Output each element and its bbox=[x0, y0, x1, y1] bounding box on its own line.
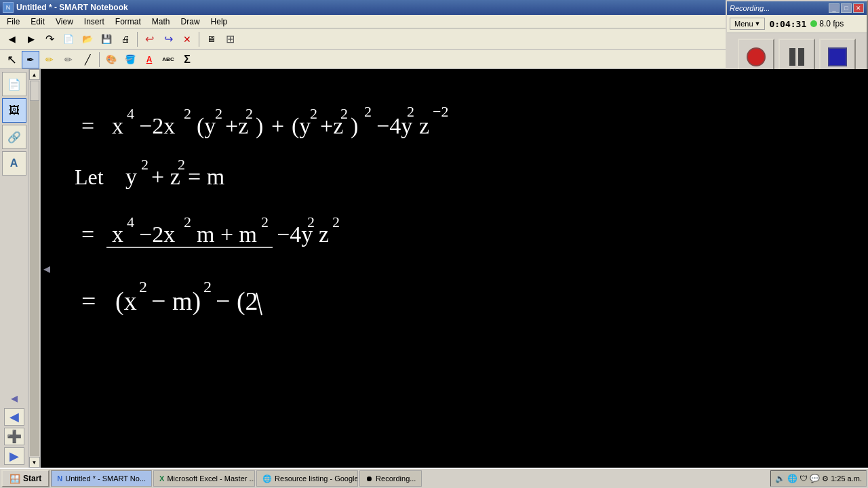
svg-text:Let: Let bbox=[75, 165, 104, 189]
scroll-up-button[interactable]: ▲ bbox=[29, 69, 40, 80]
system-clock: 1:25 a.m. bbox=[831, 474, 862, 483]
line-tool[interactable]: ╱ bbox=[79, 51, 96, 68]
menu-view[interactable]: View bbox=[50, 16, 79, 28]
taskbar-smart-label: Untitled * - SMART No... bbox=[65, 474, 146, 483]
taskbar-recording[interactable]: ⏺ Recording... bbox=[359, 470, 422, 487]
rec-close-button[interactable]: ✕ bbox=[853, 3, 864, 13]
taskbar-excel-icon: X bbox=[159, 474, 164, 483]
taskbar-excel[interactable]: X Microsoft Excel - Master ... bbox=[153, 470, 255, 487]
delete-button[interactable]: ✕ bbox=[178, 30, 196, 48]
tray-icon-3[interactable]: 🛡 bbox=[800, 474, 808, 483]
canvas-area[interactable]: ◂ .math-text { fill: white; font-family:… bbox=[41, 69, 868, 468]
magic-pen-tool[interactable]: ✏ bbox=[60, 51, 77, 68]
svg-text:− (2: − (2 bbox=[216, 287, 258, 316]
tray-icon-4[interactable]: 💬 bbox=[810, 474, 820, 483]
svg-text:z: z bbox=[419, 113, 429, 138]
fill-tool[interactable]: 🪣 bbox=[121, 51, 139, 68]
system-tray: 🔊 🌐 🛡 💬 ⚙ 1:25 a.m. bbox=[770, 470, 867, 487]
redo-button[interactable]: ↪ bbox=[159, 30, 177, 48]
screen-button[interactable]: 🖥 bbox=[202, 30, 220, 48]
menu-math[interactable]: Math bbox=[146, 16, 176, 28]
taskbar-chrome[interactable]: 🌐 Resource listing - Google... bbox=[256, 470, 358, 487]
recording-controls: Menu ▼ 0:04:31 8.0 fps bbox=[727, 15, 867, 33]
svg-text:y: y bbox=[125, 164, 137, 189]
nav-fwd-button[interactable]: ▶ bbox=[4, 447, 24, 465]
svg-text:2: 2 bbox=[340, 105, 348, 122]
sigma-tool[interactable]: Σ bbox=[178, 51, 196, 68]
menu-file[interactable]: File bbox=[1, 16, 25, 28]
svg-text:2: 2 bbox=[310, 105, 317, 122]
svg-text:− m): − m) bbox=[151, 287, 201, 316]
new-button[interactable]: 📄 bbox=[60, 30, 77, 48]
svg-text:x: x bbox=[112, 222, 123, 247]
taskbar-smart-notebook[interactable]: N Untitled * - SMART No... bbox=[51, 470, 152, 487]
svg-text:2: 2 bbox=[178, 156, 185, 173]
app-wrapper: N Untitled * - SMART Notebook _ □ ✕ File… bbox=[0, 0, 868, 488]
rec-maximize-button[interactable]: □ bbox=[841, 3, 852, 13]
slide-view-button[interactable]: 🖼 bbox=[2, 98, 26, 123]
scroll-down-button[interactable]: ▼ bbox=[29, 457, 40, 468]
svg-text:=: = bbox=[81, 113, 94, 138]
nav-right-button[interactable]: ↷ bbox=[41, 30, 58, 48]
canvas-nav-arrow[interactable]: ◂ bbox=[42, 258, 52, 279]
rec-minimize-button[interactable]: _ bbox=[829, 3, 840, 13]
sep-3 bbox=[99, 52, 100, 67]
svg-text:=: = bbox=[81, 287, 96, 315]
scroll-track[interactable] bbox=[30, 81, 39, 456]
svg-text:+: + bbox=[271, 113, 284, 138]
taskbar-recording-label: Recording... bbox=[376, 474, 416, 483]
open-button[interactable]: 📂 bbox=[79, 30, 96, 48]
start-button[interactable]: 🪟 Start bbox=[1, 470, 50, 487]
recording-fps: 8.0 fps bbox=[819, 19, 844, 28]
forward-button[interactable]: ▶ bbox=[22, 30, 39, 48]
stop-icon bbox=[828, 47, 847, 66]
svg-text:= m: = m bbox=[188, 164, 224, 189]
sep-1 bbox=[137, 32, 138, 47]
attachments-button[interactable]: 🔗 bbox=[2, 125, 26, 149]
nav-back-button[interactable]: ◀ bbox=[4, 408, 24, 426]
tray-icon-5[interactable]: ⚙ bbox=[822, 474, 829, 483]
menu-help[interactable]: Help bbox=[205, 16, 233, 28]
print-button[interactable]: 🖨 bbox=[117, 30, 134, 48]
svg-text:−2: −2 bbox=[433, 103, 448, 120]
window-title: Untitled * - SMART Notebook bbox=[16, 3, 128, 12]
recording-time: 0:04:31 bbox=[769, 19, 806, 29]
menu-edit[interactable]: Edit bbox=[25, 16, 50, 28]
add-page-button[interactable]: ➕ bbox=[4, 428, 24, 445]
svg-text:(y: (y bbox=[292, 113, 311, 139]
table-button[interactable]: ⊞ bbox=[221, 30, 239, 48]
svg-text:2: 2 bbox=[332, 214, 340, 230]
taskbar-recording-icon: ⏺ bbox=[366, 474, 373, 483]
recording-menu-button[interactable]: Menu ▼ bbox=[730, 18, 765, 30]
save-button[interactable]: 💾 bbox=[98, 30, 115, 48]
svg-text:2: 2 bbox=[245, 105, 253, 122]
color-picker-tool[interactable]: 🎨 bbox=[102, 51, 120, 68]
tray-icon-1[interactable]: 🔊 bbox=[775, 474, 785, 483]
menu-insert[interactable]: Insert bbox=[79, 16, 110, 28]
pen-tool[interactable]: ✒ bbox=[22, 51, 39, 68]
scroll-thumb[interactable] bbox=[30, 81, 39, 101]
vertical-scrollbar: ▲ ▼ bbox=[28, 69, 41, 468]
fps-indicator-dot bbox=[810, 20, 817, 27]
undo-button[interactable]: ↩ bbox=[140, 30, 158, 48]
svg-text:x: x bbox=[112, 113, 123, 138]
start-icon: 🪟 bbox=[9, 474, 20, 484]
start-label: Start bbox=[23, 474, 41, 483]
text-color-tool[interactable]: A bbox=[140, 51, 158, 68]
back-button[interactable]: ◀ bbox=[3, 30, 20, 48]
properties-button[interactable]: A bbox=[2, 151, 26, 176]
abc-tool[interactable]: ABC bbox=[159, 51, 177, 68]
page-sorter-button[interactable]: 📄 bbox=[2, 72, 26, 96]
tray-icon-2[interactable]: 🌐 bbox=[787, 474, 797, 483]
menu-format[interactable]: Format bbox=[110, 16, 146, 28]
select-tool[interactable]: ↖ bbox=[3, 51, 20, 68]
svg-text:(y: (y bbox=[197, 113, 216, 139]
svg-text:−2x: −2x bbox=[139, 222, 175, 247]
svg-text:2: 2 bbox=[261, 214, 269, 230]
svg-text:2: 2 bbox=[184, 105, 191, 122]
svg-text:4: 4 bbox=[127, 214, 134, 230]
nav-left-arrow[interactable]: ◂ bbox=[11, 390, 18, 406]
menu-draw[interactable]: Draw bbox=[176, 16, 205, 28]
highlighter-tool[interactable]: ✏ bbox=[41, 51, 58, 68]
menu-bar: File Edit View Insert Format Math Draw H… bbox=[0, 15, 726, 28]
